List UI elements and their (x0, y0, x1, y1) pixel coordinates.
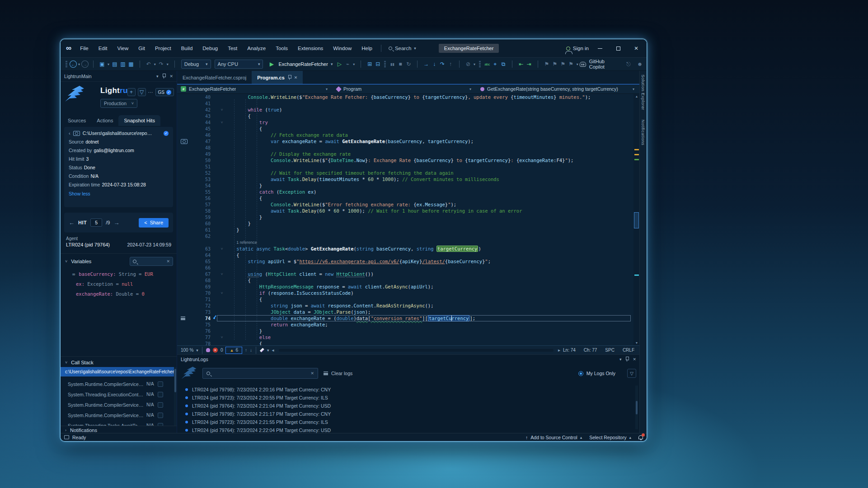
code-line[interactable]: 43{ (177, 113, 633, 119)
menu-item-build[interactable]: Build (177, 44, 197, 52)
breadcrumb-type[interactable]: Program ▾ (333, 84, 477, 93)
share-button[interactable]: < Share (139, 218, 169, 228)
indent-mode[interactable]: SPC (605, 348, 615, 353)
line-ending[interactable]: CRLF (623, 348, 634, 353)
logs-filter-button[interactable]: ▽ (627, 369, 636, 378)
share-icon[interactable]: ⎋ (624, 60, 633, 69)
lightrun-tab-snapshot-hits[interactable]: Snapshot Hits (118, 115, 160, 126)
toolbar-grip[interactable] (66, 61, 67, 67)
hit-number-input[interactable] (90, 218, 102, 227)
editor-scrollbar[interactable]: ▲ ▼ (633, 94, 640, 345)
hscroll-left-icon[interactable]: ◂ (272, 348, 274, 353)
panel-close-icon[interactable]: ✕ (633, 357, 636, 362)
code-line[interactable]: 53await Task.Delay(timeoutMinutes * 60 *… (177, 176, 633, 182)
code-line[interactable]: 46// Fetch exchange rate data (177, 132, 633, 138)
new-dropdown[interactable]: ▾ (106, 62, 111, 66)
code-line[interactable]: 57Console.WriteLine($"Error fetching exc… (177, 201, 633, 208)
prev-issue-button[interactable]: ↑ (245, 348, 247, 353)
clear-logs-button[interactable]: Clear logs (324, 371, 352, 376)
tab-pin-icon[interactable] (288, 75, 291, 80)
clear-search-icon[interactable]: ✕ (310, 371, 314, 376)
code-line[interactable]: 77˅else (177, 334, 633, 340)
previous-hit-button[interactable]: ← (69, 219, 75, 226)
code-line[interactable]: 49// Display the exchange rate (177, 151, 633, 157)
code-line[interactable]: 75return exchangeRate; (177, 321, 633, 328)
code-line[interactable]: 66 (177, 265, 633, 271)
toolbar-grip[interactable] (384, 61, 386, 67)
lightrun-tab-actions[interactable]: Actions (91, 115, 118, 126)
next-issue-button[interactable]: ↓ (250, 348, 252, 353)
log-entry[interactable]: LTR024 (pid 79764): 7/23/2024 2:22:04 PM… (177, 426, 633, 433)
hot-reload-button[interactable]: ⌁ (343, 60, 352, 69)
code-line[interactable]: 40Console.WriteLine($"Exchange Rate Fetc… (177, 94, 633, 100)
code-line[interactable]: 54} (177, 182, 633, 189)
preview-window-button[interactable]: ⊞ (366, 60, 374, 69)
call-stack-frame[interactable]: System.Runtime.CompilerServices.AsyncT..… (61, 379, 174, 389)
code-line[interactable]: 51 (177, 163, 633, 170)
code-line[interactable]: 59} (177, 214, 633, 220)
menu-item-file[interactable]: File (76, 44, 93, 52)
add-to-source-control-button[interactable]: ↑ Add to Source Control ▴ (525, 435, 582, 440)
undo-dropdown[interactable]: ▾ (153, 62, 157, 66)
start-debugging-button[interactable]: ▶ ExchangeRateFetcher ▾ (265, 59, 335, 69)
zoom-level[interactable]: 100 % (181, 348, 193, 353)
indent-decrease-button[interactable]: ⇤ (517, 60, 525, 69)
log-entry[interactable]: LTR024 (pid 79798): 7/23/2024 2:20:16 PM… (177, 386, 633, 394)
tab-close-icon[interactable]: ✕ (294, 75, 298, 80)
code-line[interactable]: 78{ (177, 340, 633, 345)
menu-item-extensions[interactable]: Extensions (294, 44, 327, 52)
frame-checkbox[interactable] (158, 413, 163, 418)
panel-dropdown-icon[interactable]: ▾ (619, 357, 622, 362)
more-options-icon[interactable]: ⋯ (148, 89, 153, 95)
scroll-down-icon[interactable]: ▼ (633, 341, 640, 344)
next-hit-button[interactable]: → (113, 219, 119, 226)
menu-item-analyze[interactable]: Analyze (243, 44, 270, 52)
pin-icon[interactable] (625, 357, 629, 362)
frame-checkbox[interactable] (158, 402, 163, 408)
log-entry[interactable]: LTR024 (pid 79764): 7/23/2024 2:21:04 PM… (177, 402, 633, 410)
menu-item-help[interactable]: Help (357, 44, 376, 52)
fold-icon[interactable]: ˅ (219, 108, 225, 112)
back-chevron-icon[interactable]: ‹ (69, 130, 70, 136)
sign-in-button[interactable]: Sign in (566, 46, 589, 51)
new-project-button[interactable]: ▣ (98, 60, 106, 69)
log-entry[interactable]: LTR024 (pid 79723): 7/23/2024 2:21:55 PM… (177, 418, 633, 426)
code-line[interactable]: 56{ (177, 195, 633, 201)
back-dropdown[interactable]: ▾ (77, 62, 81, 66)
pin-icon[interactable] (162, 74, 165, 79)
my-logs-only-toggle[interactable]: My Logs Only (578, 371, 615, 376)
show-next-statement-button[interactable]: → (422, 60, 430, 69)
start-without-debugging-button[interactable]: ▷ (335, 60, 343, 69)
spell-check-button[interactable]: abc (483, 60, 491, 69)
solution-config-dropdown[interactable]: Debug▾ (181, 60, 211, 69)
code-line[interactable]: 72string json = await response.Content.R… (177, 302, 633, 309)
code-area[interactable]: 40Console.WriteLine($"Exchange Rate Fetc… (177, 94, 633, 345)
clear-search-icon[interactable]: ✕ (166, 259, 170, 264)
code-line[interactable]: 60} (177, 220, 633, 227)
code-line[interactable]: 68{ (177, 277, 633, 284)
variable-row[interactable]: ∞baseCurrency: String = EUR (72, 271, 173, 277)
menu-item-view[interactable]: View (113, 44, 132, 52)
code-line[interactable]: 52// Wait for the specified timeout befo… (177, 170, 633, 176)
show-less-link[interactable]: Show less (69, 191, 169, 196)
select-repository-button[interactable]: Select Repository ▴ (589, 435, 631, 440)
code-line[interactable]: 67˅using (HttpClient client = new HttpCl… (177, 271, 633, 277)
fold-icon[interactable]: ˅ (219, 335, 225, 339)
toolbar-grip[interactable] (479, 61, 481, 67)
minimize-button[interactable] (593, 43, 607, 53)
code-line[interactable]: 74double exchangeRate = (double)data["co… (177, 315, 633, 321)
scroll-up-icon[interactable]: ▲ (633, 95, 640, 98)
bookmark-next-button[interactable]: ⚑ (559, 60, 567, 69)
hscroll-right-icon[interactable]: ▸ (558, 348, 560, 353)
code-cleanup-icon[interactable] (260, 348, 264, 353)
call-stack-scrollbar[interactable] (174, 367, 177, 427)
fold-icon[interactable]: ˅ (219, 272, 225, 276)
code-line[interactable]: 44˅try (177, 119, 633, 125)
error-count[interactable]: 0 (221, 348, 223, 353)
snapshot-camera-icon[interactable] (181, 139, 188, 144)
notifications-bell-button[interactable] (638, 435, 643, 439)
frame-checkbox[interactable] (158, 392, 163, 397)
code-line[interactable]: 61} (177, 227, 633, 233)
code-line[interactable]: 64{ (177, 252, 633, 258)
feedback-icon[interactable]: ☻ (636, 60, 644, 69)
